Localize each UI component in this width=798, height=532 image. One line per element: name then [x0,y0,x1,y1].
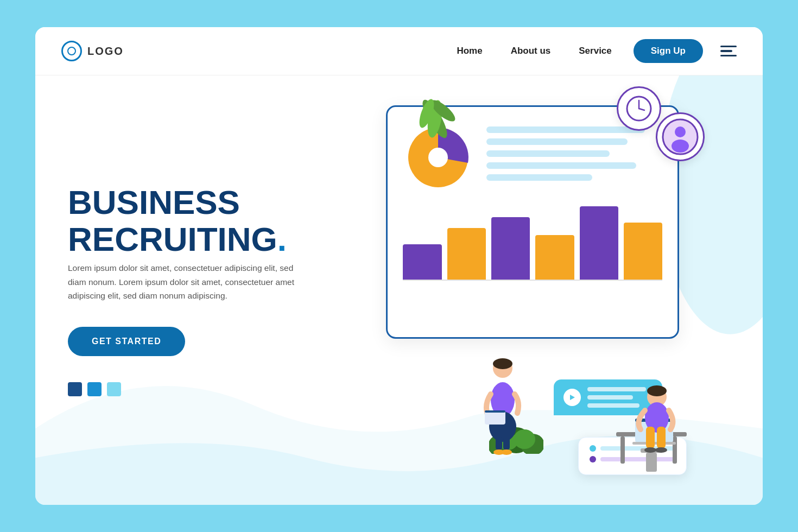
svg-point-26 [501,449,512,455]
text-line-2 [486,138,627,145]
text-line-1 [486,126,645,133]
text-line-4 [486,162,636,169]
play-icon [563,389,581,406]
hero-description: Lorem ipsum dolor sit amet, consectetuer… [68,261,296,303]
text-line-3 [486,150,610,157]
dot-3 [107,382,121,396]
right-panel [370,75,763,505]
main-content: BUSINESS RECRUITING. Lorem ipsum dolor s… [35,75,763,505]
dot-2 [87,382,102,396]
svg-rect-40 [646,427,655,448]
bar-4 [535,235,574,280]
bar-chart [403,204,662,280]
svg-rect-31 [673,436,677,464]
leaf-decoration [413,92,457,151]
svg-point-38 [647,385,667,396]
nav-links: Home About us Service [457,46,611,56]
svg-point-20 [493,358,512,369]
signup-button[interactable]: Sign Up [634,39,703,63]
bar-1 [403,244,441,280]
svg-point-9 [675,126,686,137]
chart-baseline [403,280,662,281]
nav-service[interactable]: Service [579,46,612,56]
bar-2 [447,228,486,280]
nav-home[interactable]: Home [457,46,482,56]
left-panel: BUSINESS RECRUITING. Lorem ipsum dolor s… [35,75,370,505]
bar-6 [624,223,662,280]
svg-point-42 [644,447,656,453]
bar-5 [580,206,618,280]
logo-icon [61,41,82,61]
hamburger-menu[interactable] [720,46,737,57]
clock-badge [617,86,661,131]
chart-text-lines [486,122,662,193]
svg-rect-23 [496,436,502,451]
navbar: LOGO Home About us Service Sign Up [35,27,763,75]
svg-rect-41 [657,427,666,448]
profile-avatar [656,112,705,161]
svg-point-43 [655,447,667,453]
nav-about[interactable]: About us [511,46,551,56]
logo-area: LOGO [61,41,124,61]
main-title: BUSINESS RECRUITING. [68,184,344,258]
page-card: LOGO Home About us Service Sign Up BUSIN… [35,27,763,505]
svg-point-10 [672,140,689,153]
svg-rect-28 [485,410,505,413]
svg-rect-24 [503,436,510,451]
text-line-5 [486,174,592,181]
person-woman [478,356,527,459]
decoration-dots [68,382,344,396]
svg-rect-30 [620,436,625,464]
svg-rect-33 [646,453,657,472]
get-started-button[interactable]: GET STARTED [68,327,185,356]
svg-marker-13 [570,395,575,400]
person-man-desk [605,367,692,478]
dot-1 [68,382,82,396]
logo-text: LOGO [87,45,124,58]
bar-3 [491,217,530,280]
